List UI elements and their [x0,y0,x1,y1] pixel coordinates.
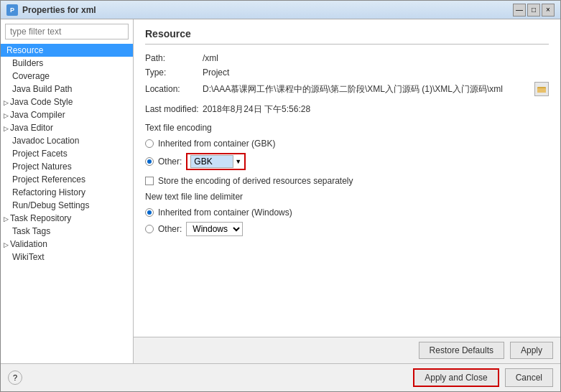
store-encoding-label: Store the encoding of derived resources … [158,176,353,186]
svg-rect-2 [539,87,542,88]
title-bar-controls: — □ × [513,4,555,17]
sidebar-item-label: Coverage [12,71,50,81]
last-modified-label: Last modified: [145,104,203,114]
sidebar-item-task-tags[interactable]: Task Tags [1,225,133,238]
other-radio[interactable] [145,157,154,166]
main-content: Resource Builders Coverage Java Build Pa… [1,19,560,363]
filter-input[interactable] [5,24,129,39]
expand-arrow-icon: ▷ [4,241,9,248]
panel-title: Resource [145,28,549,45]
sidebar-list: Resource Builders Coverage Java Build Pa… [1,42,133,363]
sidebar-item-label: Project References [12,174,85,185]
text-encoding-title: Text file encoding [145,123,549,133]
svg-rect-1 [537,88,546,93]
sidebar-item-label: WikiText [12,252,45,262]
sidebar-item-label: Resource [6,45,43,55]
inherited-container-label: Inherited from container (GBK) [158,139,275,149]
dropdown-arrow-icon[interactable]: ▼ [235,158,241,165]
footer-buttons: Apply and Close Cancel [413,368,553,387]
sidebar-item-label: Refactoring History [12,187,85,197]
apply-button[interactable]: Apply [510,342,553,359]
expand-arrow-icon: ▷ [4,125,9,132]
title-bar-left: P Properties for xml [6,4,96,16]
sidebar-item-task-repository[interactable]: ▷Task Repository [1,212,133,225]
sidebar-item-label: Run/Debug Settings [12,200,89,210]
inherited-windows-label: Inherited from container (Windows) [158,207,292,218]
sidebar-item-project-facets[interactable]: Project Facets [1,147,133,160]
close-button[interactable]: × [542,4,555,17]
inherited-container-row: Inherited from container (GBK) [145,139,549,149]
sidebar-item-validation[interactable]: ▷Validation [1,238,133,251]
new-line-section: New text file line delimiter Inherited f… [145,192,549,236]
sidebar-item-refactoring-history[interactable]: Refactoring History [1,186,133,199]
type-value: Project [203,67,229,78]
text-encoding-section: Text file encoding Inherited from contai… [145,123,549,186]
title-bar: P Properties for xml — □ × [1,1,560,19]
expand-arrow-icon: ▷ [4,215,9,223]
type-row: Type: Project [145,67,549,78]
sidebar-item-coverage[interactable]: Coverage [1,70,133,83]
sidebar-item-label: Builders [12,58,43,68]
other-windows-radio[interactable] [145,225,154,233]
sidebar-item-label: Project Facets [12,149,68,159]
maximize-button[interactable]: □ [527,4,540,17]
sidebar-item-label: Task Tags [12,226,50,236]
other-windows-label: Other: [158,224,182,234]
sidebar-item-wikitext[interactable]: WikiText [1,251,133,263]
sidebar-item-java-compiler[interactable]: ▷Java Compiler [1,108,133,121]
help-button[interactable]: ? [8,370,22,385]
sidebar-item-label: Validation [10,239,47,249]
sidebar-item-builders[interactable]: Builders [1,57,133,70]
other-windows-select[interactable]: Windows Unix Mac [186,222,243,236]
right-panel: Resource Path: /xml Type: Project Locati… [134,19,560,363]
inherited-windows-radio[interactable] [145,208,154,217]
bottom-action-bar: Restore Defaults Apply [134,337,560,363]
other-encoding-row: Other: ▼ [145,153,549,170]
type-label: Type: [145,67,203,78]
help-icon: ? [13,373,17,382]
inherited-radio[interactable] [145,139,154,148]
sidebar-item-java-build-path[interactable]: Java Build Path [1,83,133,95]
path-value: /xml [203,53,218,63]
properties-window: P Properties for xml — □ × Resource Buil… [0,0,561,392]
last-modified-row: Last modified: 2018年8月24日 下午5:56:28 [145,103,549,116]
last-modified-value: 2018年8月24日 下午5:56:28 [203,103,310,116]
sidebar-item-javadoc-location[interactable]: Javadoc Location [1,134,133,147]
sidebar-item-label: Javadoc Location [12,136,79,146]
restore-defaults-button[interactable]: Restore Defaults [419,342,504,359]
minimize-button[interactable]: — [513,4,526,17]
location-browse-button[interactable] [534,82,549,96]
other-label: Other: [158,157,182,167]
sidebar-item-java-editor[interactable]: ▷Java Editor [1,121,133,134]
store-encoding-row: Store the encoding of derived resources … [145,176,549,186]
expand-arrow-icon: ▷ [4,99,9,106]
location-label: Location: [145,84,203,94]
panel-content: Resource Path: /xml Type: Project Locati… [134,19,560,337]
sidebar-item-resource[interactable]: Resource [1,44,133,57]
store-encoding-checkbox[interactable] [145,177,154,185]
footer-bar: ? Apply and Close Cancel [1,363,560,391]
other-windows-row: Other: Windows Unix Mac [145,222,549,236]
sidebar-item-label: Java Compiler [10,110,65,120]
cancel-button[interactable]: Cancel [505,368,553,387]
sidebar-item-label: Project Natures [12,162,72,172]
sidebar: Resource Builders Coverage Java Build Pa… [1,19,134,363]
window-title: Properties for xml [22,5,96,15]
sidebar-item-java-code-style[interactable]: ▷Java Code Style [1,95,133,108]
location-value: D:\AAA慕课网工作\课程中的源码\第二阶段\XML入门源码 (1)\XML入… [203,83,532,95]
sidebar-item-run-debug-settings[interactable]: Run/Debug Settings [1,199,133,212]
other-encoding-input-box: ▼ [186,153,246,170]
location-row: Location: D:\AAA慕课网工作\课程中的源码\第二阶段\XML入门源… [145,82,549,96]
sidebar-item-label: Java Code Style [10,97,73,107]
path-row: Path: /xml [145,53,549,63]
folder-icon [537,85,546,93]
sidebar-item-project-references[interactable]: Project References [1,173,133,186]
sidebar-item-label: Java Editor [10,123,53,133]
sidebar-item-project-natures[interactable]: Project Natures [1,160,133,173]
window-icon: P [6,4,18,16]
new-line-title: New text file line delimiter [145,192,549,202]
apply-close-button[interactable]: Apply and Close [413,368,499,387]
other-encoding-input[interactable] [190,155,233,168]
path-label: Path: [145,53,203,63]
sidebar-item-label: Task Repository [10,213,71,223]
